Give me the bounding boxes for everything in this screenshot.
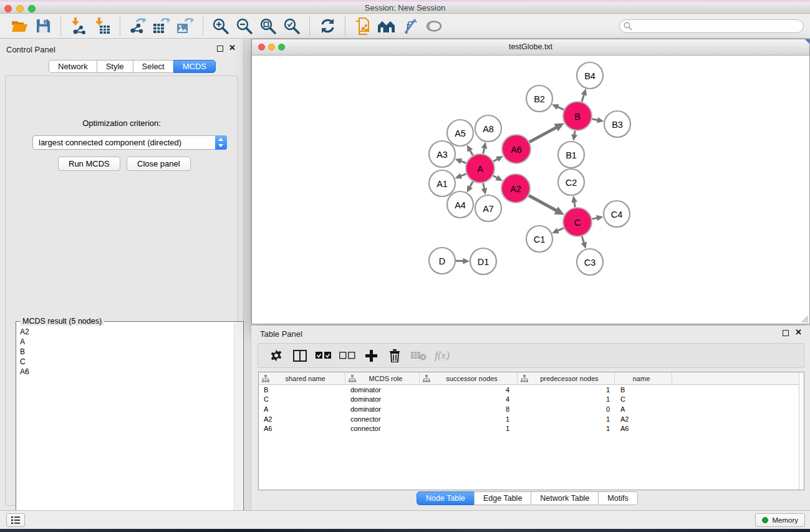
graph-edge[interactable] bbox=[470, 150, 473, 156]
close-panel-button-mcds[interactable]: Close panel bbox=[127, 157, 191, 171]
delete-columns-button[interactable] bbox=[385, 346, 404, 365]
resize-grip[interactable] bbox=[801, 315, 809, 323]
tab-style[interactable]: Style bbox=[97, 60, 133, 73]
eye-icon bbox=[425, 20, 443, 32]
table-cell: A bbox=[259, 405, 345, 413]
network-from-file-button[interactable] bbox=[352, 16, 374, 36]
tab-network-table[interactable]: Network Table bbox=[531, 491, 599, 505]
table-row[interactable]: Bdominator41B bbox=[259, 385, 804, 395]
graph-edge[interactable] bbox=[529, 195, 557, 210]
two-column-view-button[interactable] bbox=[291, 346, 309, 365]
import-table-button[interactable] bbox=[92, 16, 113, 36]
mcds-result-item[interactable]: A6 bbox=[17, 367, 233, 377]
table-row[interactable]: A6connector11A6 bbox=[259, 423, 804, 433]
run-mcds-button[interactable]: Run MCDS bbox=[58, 157, 120, 171]
column-header-name[interactable]: name bbox=[615, 372, 672, 384]
zoom-fit-button[interactable] bbox=[258, 16, 279, 36]
column-header-shared-name[interactable]: shared name bbox=[259, 372, 345, 384]
tab-node-table[interactable]: Node Table bbox=[417, 491, 475, 505]
import-network-button[interactable] bbox=[68, 16, 89, 36]
graph-edge[interactable] bbox=[592, 218, 598, 219]
add-column-button[interactable] bbox=[362, 346, 380, 365]
status-bar: Memory bbox=[0, 510, 810, 529]
export-network-button[interactable] bbox=[127, 16, 148, 36]
graph-edge[interactable] bbox=[574, 131, 575, 135]
graph-edge[interactable] bbox=[582, 236, 584, 243]
mcds-result-scrollbar[interactable] bbox=[234, 322, 243, 532]
select-all-rows-button[interactable] bbox=[314, 346, 333, 365]
network-window-titlebar[interactable]: testGlobe.txt bbox=[252, 39, 809, 56]
memory-status-icon bbox=[762, 517, 768, 523]
deselect-all-rows-button[interactable] bbox=[338, 346, 357, 365]
graph-edge[interactable] bbox=[557, 107, 564, 110]
tab-select[interactable]: Select bbox=[133, 60, 174, 73]
panel-divider[interactable] bbox=[243, 39, 251, 510]
criterion-dropdown[interactable]: largest connected component (directed) bbox=[32, 135, 227, 150]
column-header-predecessor-nodes[interactable]: predecessor nodes bbox=[518, 372, 615, 384]
graph-node-label: B2 bbox=[534, 94, 545, 104]
graph-edge[interactable] bbox=[461, 161, 466, 163]
network-canvas[interactable]: A5A8A3A1A4A7AA6A2B2B4BB3B1C2CC4C1C3DD1 bbox=[252, 56, 809, 324]
graph-edge-arrowhead bbox=[481, 188, 488, 195]
graph-edge[interactable] bbox=[483, 148, 485, 154]
export-table-button[interactable] bbox=[151, 16, 172, 36]
tab-network[interactable]: Network bbox=[49, 60, 97, 73]
graph-node-label: B4 bbox=[584, 71, 595, 81]
table-cell: A6 bbox=[259, 425, 345, 432]
float-panel-button[interactable] bbox=[217, 45, 223, 54]
main-toolbar: f bbox=[0, 14, 810, 39]
export-image-icon bbox=[176, 18, 194, 34]
network-window: testGlobe.txt A5A8A3A1A4A7AA6A2B2B4BB3B1… bbox=[251, 39, 810, 324]
network-window-title: testGlobe.txt bbox=[252, 42, 809, 51]
export-image-button[interactable] bbox=[175, 16, 196, 36]
delete-table-button[interactable] bbox=[409, 346, 428, 365]
show-graphics-details-button[interactable] bbox=[423, 16, 445, 36]
mcds-result-item[interactable]: B bbox=[17, 347, 233, 357]
save-floppy-icon bbox=[36, 19, 51, 33]
zoom-out-button[interactable] bbox=[234, 16, 255, 36]
graph-node-label: C4 bbox=[611, 210, 623, 220]
refresh-button[interactable] bbox=[317, 16, 338, 36]
table-close-button[interactable]: ✕ bbox=[795, 329, 802, 336]
graph-edge[interactable] bbox=[493, 159, 498, 162]
graph-edge[interactable] bbox=[460, 174, 466, 177]
graph-edge[interactable] bbox=[592, 119, 599, 120]
search-input[interactable] bbox=[632, 21, 803, 32]
table-row[interactable]: Adominator80A bbox=[259, 404, 804, 414]
mcds-result-item[interactable]: C bbox=[17, 357, 233, 367]
open-session-button[interactable] bbox=[9, 16, 30, 36]
table-row[interactable]: Cdominator41C bbox=[259, 395, 804, 405]
graph-edge[interactable] bbox=[470, 181, 473, 187]
mcds-result-item[interactable]: A2 bbox=[17, 327, 233, 337]
table-scrollbar[interactable] bbox=[799, 372, 804, 490]
zoom-selected-button[interactable] bbox=[281, 16, 302, 36]
table-settings-button[interactable] bbox=[267, 346, 286, 365]
tab-mcds[interactable]: MCDS bbox=[173, 60, 216, 73]
plus-icon bbox=[365, 350, 377, 362]
column-header-mcds-role[interactable]: MCDS role bbox=[345, 372, 420, 384]
graph-edge[interactable] bbox=[529, 127, 556, 142]
table-cell: 1 bbox=[420, 425, 518, 432]
tab-motifs[interactable]: Motifs bbox=[598, 491, 637, 505]
column-header-successor-nodes[interactable]: successor nodes bbox=[420, 372, 518, 384]
table-float-button[interactable] bbox=[783, 329, 789, 338]
home-button[interactable] bbox=[376, 16, 397, 36]
graph-edge[interactable] bbox=[574, 201, 575, 207]
task-history-button[interactable] bbox=[6, 513, 25, 527]
graph-edge[interactable] bbox=[582, 94, 584, 102]
table-cell: B bbox=[259, 386, 345, 394]
table-row[interactable]: A2connector11A2 bbox=[259, 414, 804, 424]
graph-edge[interactable] bbox=[557, 228, 564, 231]
tab-edge-table[interactable]: Edge Table bbox=[474, 491, 531, 505]
hide-graphics-details-button[interactable]: f bbox=[400, 16, 421, 36]
graph-edge-arrowhead bbox=[571, 196, 577, 203]
zoom-in-button[interactable] bbox=[210, 16, 231, 36]
save-session-button[interactable] bbox=[32, 16, 54, 36]
mcds-result-item[interactable]: A bbox=[17, 337, 233, 347]
memory-button[interactable]: Memory bbox=[755, 513, 805, 527]
close-panel-button[interactable]: ✕ bbox=[229, 45, 236, 51]
refresh-icon bbox=[320, 18, 335, 34]
graph-edge[interactable] bbox=[483, 183, 485, 190]
graph-edge[interactable] bbox=[493, 176, 498, 178]
function-builder-button[interactable]: f(x) bbox=[433, 346, 451, 365]
